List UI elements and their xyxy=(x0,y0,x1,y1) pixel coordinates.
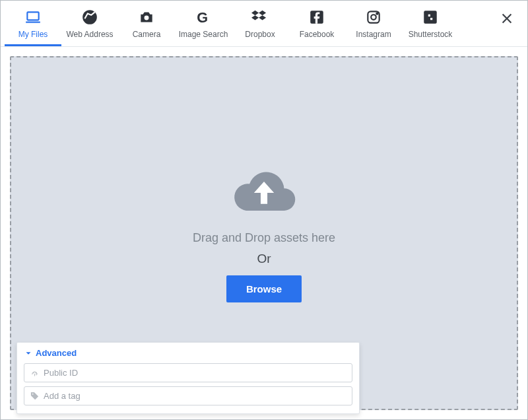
tab-label: Shutterstock xyxy=(409,30,453,39)
svg-point-2 xyxy=(145,16,149,20)
svg-point-9 xyxy=(32,394,34,395)
tab-label: My Files xyxy=(18,30,48,39)
svg-rect-0 xyxy=(27,12,38,20)
advanced-toggle[interactable]: Advanced xyxy=(24,348,352,358)
facebook-icon xyxy=(308,9,325,26)
tab-image-search[interactable]: G Image Search xyxy=(175,6,232,46)
dropzone-or-label: Or xyxy=(257,252,271,266)
google-icon: G xyxy=(195,9,212,26)
dropzone-instruction: Drag and Drop assets here xyxy=(193,231,335,245)
tab-facebook[interactable]: Facebook xyxy=(288,6,345,46)
upload-widget: My Files Web Address Camera G Image Sear… xyxy=(0,0,528,420)
source-tabbar: My Files Web Address Camera G Image Sear… xyxy=(1,1,527,47)
tab-dropbox[interactable]: Dropbox xyxy=(232,6,288,46)
close-button[interactable] xyxy=(500,11,518,30)
instagram-icon xyxy=(365,9,382,26)
tab-instagram[interactable]: Instagram xyxy=(345,6,402,46)
tab-camera[interactable]: Camera xyxy=(118,6,175,46)
tag-icon xyxy=(30,391,40,401)
public-id-field-wrapper xyxy=(24,363,352,382)
globe-icon xyxy=(81,9,98,26)
chevron-down-icon xyxy=(24,349,33,358)
tab-label: Facebook xyxy=(300,30,335,39)
advanced-label: Advanced xyxy=(36,348,77,358)
browse-button[interactable]: Browse xyxy=(226,275,302,302)
svg-point-7 xyxy=(376,13,378,15)
tab-label: Instagram xyxy=(356,30,391,39)
svg-rect-8 xyxy=(424,11,437,24)
tab-label: Dropbox xyxy=(245,30,275,39)
cloud-upload-icon xyxy=(228,164,300,223)
laptop-icon xyxy=(24,9,42,26)
public-id-input[interactable] xyxy=(44,368,346,378)
tab-label: Web Address xyxy=(66,30,113,39)
fingerprint-icon xyxy=(30,368,40,378)
tab-my-files[interactable]: My Files xyxy=(5,6,61,46)
tag-field-wrapper xyxy=(24,386,352,405)
shutterstock-icon xyxy=(422,9,439,26)
tab-shutterstock[interactable]: Shutterstock xyxy=(402,6,459,46)
tab-label: Image Search xyxy=(179,30,228,39)
advanced-panel: Advanced xyxy=(16,342,360,414)
camera-icon xyxy=(138,9,155,26)
tab-label: Camera xyxy=(133,30,161,39)
upload-stage: Drag and Drop assets here Or Browse Adva… xyxy=(1,47,527,419)
svg-point-6 xyxy=(371,15,376,20)
tab-web-address[interactable]: Web Address xyxy=(61,6,118,46)
svg-text:G: G xyxy=(197,9,208,26)
tag-input[interactable] xyxy=(44,391,346,401)
dropbox-icon xyxy=(251,9,269,26)
